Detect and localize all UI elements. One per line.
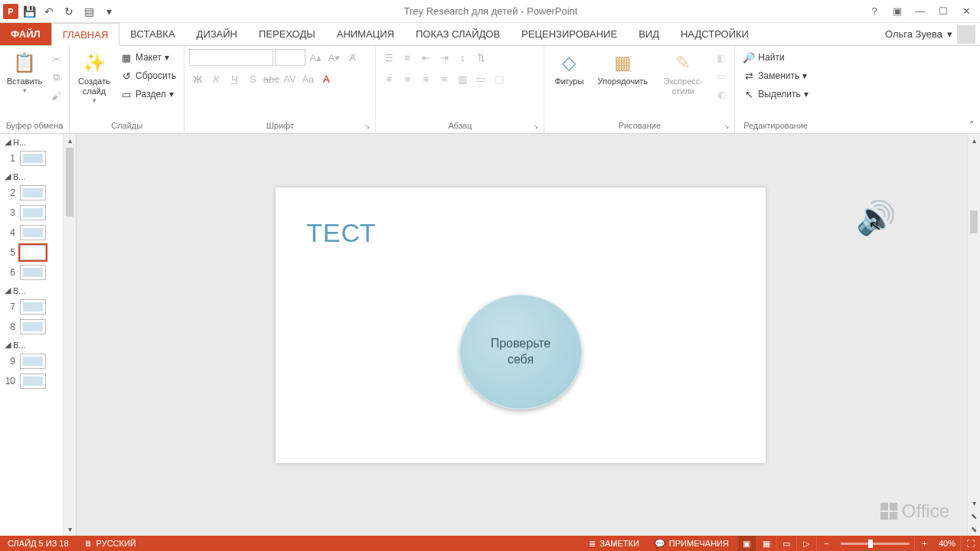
slide-count[interactable]: СЛАЙД 5 ИЗ 18 (0, 536, 77, 551)
tab-view[interactable]: ВИД (628, 23, 670, 45)
slide-thumb-5[interactable]: 5 (0, 243, 64, 262)
decrease-font-icon[interactable]: A▾ (325, 49, 342, 66)
slide-thumb-8[interactable]: 8 (0, 317, 64, 337)
slide-thumb-4[interactable]: 4 (0, 223, 64, 243)
format-painter-icon[interactable]: 🖌 (47, 87, 64, 104)
comments-button[interactable]: 💬ПРИМЕЧАНИЯ (647, 536, 737, 551)
bold-icon[interactable]: Ж (189, 70, 206, 87)
undo-icon[interactable]: ↶ (40, 2, 58, 21)
paste-button[interactable]: 📋 Вставить ▾ (5, 49, 44, 94)
panel-scrollbar[interactable]: ▴ ▾ (63, 134, 76, 536)
zoom-in-icon[interactable]: + (914, 536, 934, 551)
dialog-launcher-icon[interactable]: ↘ (364, 122, 371, 130)
shapes-button[interactable]: ◇ Фигуры (549, 49, 589, 86)
shape-fill-icon[interactable]: ◧ (713, 49, 730, 66)
scroll-thumb[interactable] (66, 148, 74, 217)
dialog-launcher-icon[interactable]: ↘ (533, 122, 539, 130)
bullets-icon[interactable]: ☰ (381, 49, 397, 66)
zoom-out-icon[interactable]: − (816, 536, 836, 551)
section-header[interactable]: ◢ В... (0, 282, 64, 297)
section-button[interactable]: ▭Раздел ▾ (117, 86, 179, 103)
quick-styles-button[interactable]: ✎ Экспресс-стили (656, 49, 710, 96)
font-color-icon[interactable]: A (318, 70, 335, 87)
italic-icon[interactable]: К (207, 70, 224, 87)
change-case-icon[interactable]: Aa (299, 70, 316, 87)
copy-icon[interactable]: ⧉ (47, 69, 64, 86)
tab-home[interactable]: ГЛАВНАЯ (51, 23, 120, 46)
dialog-launcher-icon[interactable]: ↘ (724, 122, 730, 130)
next-slide-icon[interactable]: ⬊ (968, 523, 980, 536)
arrange-button[interactable]: ▦ Упорядочить (592, 49, 653, 86)
tab-animations[interactable]: АНИМАЦИЯ (326, 23, 405, 45)
language-status[interactable]: 🗎РУССКИЙ (77, 536, 144, 551)
align-center-icon[interactable]: ≡ (399, 70, 416, 87)
font-family-select[interactable] (189, 49, 273, 66)
increase-font-icon[interactable]: A▴ (307, 49, 324, 66)
section-header[interactable]: ◢ В... (0, 337, 64, 351)
current-slide[interactable]: ТЕСТ Проверьтесебя (276, 187, 766, 463)
user-account[interactable]: Ольга Зуева▾ (885, 23, 980, 45)
prev-slide-icon[interactable]: ⬉ (968, 510, 980, 523)
font-size-select[interactable] (275, 49, 305, 66)
line-spacing-icon[interactable]: ↕ (454, 49, 471, 66)
tab-insert[interactable]: ВСТАВКА (119, 23, 185, 45)
columns-icon[interactable]: ▥ (454, 70, 471, 87)
slide-thumb-1[interactable]: 1 (0, 148, 64, 168)
slide-thumb-10[interactable]: 10 (0, 371, 64, 391)
new-slide-button[interactable]: ✨ Создать слайд ▾ (74, 49, 114, 104)
select-button[interactable]: ↖Выделить ▾ (740, 86, 811, 103)
scroll-up-icon[interactable]: ▴ (64, 134, 76, 147)
minimize-icon[interactable]: — (910, 2, 931, 21)
scroll-up-icon[interactable]: ▴ (968, 134, 980, 147)
text-direction-icon[interactable]: ⇅ (472, 49, 489, 66)
save-icon[interactable]: 💾 (20, 2, 38, 21)
help-icon[interactable]: ? (864, 2, 885, 21)
tab-addins[interactable]: НАДСТРОЙКИ (670, 23, 760, 45)
smartart-icon[interactable]: ⬚ (491, 70, 508, 87)
zoom-slider[interactable] (841, 543, 910, 545)
numbering-icon[interactable]: ≡ (399, 49, 416, 66)
ribbon-display-icon[interactable]: ▣ (887, 2, 908, 21)
increase-indent-icon[interactable]: ⇥ (436, 49, 452, 66)
section-header[interactable]: ◢ В... (0, 168, 64, 183)
slide-canvas[interactable]: ТЕСТ Проверьтесебя 🔊 ↖ Office ▴ ▾ ⬉ ⬊ (77, 134, 980, 536)
underline-icon[interactable]: Ч (226, 70, 243, 87)
reading-view-icon[interactable]: ▭ (776, 536, 796, 551)
slide-thumb-7[interactable]: 7 (0, 297, 64, 317)
align-right-icon[interactable]: ≡ (417, 70, 434, 87)
shape-outline-icon[interactable]: ▭ (713, 67, 730, 84)
scroll-down-icon[interactable]: ▾ (968, 497, 980, 510)
scroll-down-icon[interactable]: ▾ (64, 523, 76, 536)
tab-slideshow[interactable]: ПОКАЗ СЛАЙДОВ (405, 23, 511, 45)
collapse-ribbon-icon[interactable]: ⌃ (968, 119, 975, 130)
close-icon[interactable]: ✕ (956, 2, 977, 21)
qat-customize-icon[interactable]: ▾ (100, 2, 118, 21)
canvas-scrollbar[interactable]: ▴ ▾ ⬉ ⬊ (967, 134, 980, 536)
zoom-level[interactable]: 40% (934, 536, 960, 551)
redo-icon[interactable]: ↻ (60, 2, 78, 21)
shadow-icon[interactable]: S (244, 70, 261, 87)
tab-transitions[interactable]: ПЕРЕХОДЫ (248, 23, 326, 45)
slide-circle-shape[interactable]: Проверьтесебя (459, 295, 582, 409)
normal-view-icon[interactable]: ▣ (737, 536, 756, 551)
tab-review[interactable]: РЕЦЕНЗИРОВАНИЕ (511, 23, 628, 45)
slide-thumb-9[interactable]: 9 (0, 351, 64, 371)
justify-icon[interactable]: ≡ (436, 70, 452, 87)
clear-format-icon[interactable]: A̸ (344, 49, 361, 66)
reset-button[interactable]: ↺Сбросить (117, 67, 179, 84)
sorter-view-icon[interactable]: ▦ (756, 536, 776, 551)
char-spacing-icon[interactable]: AV (281, 70, 298, 87)
notes-button[interactable]: ≣ЗАМЕТКИ (581, 536, 647, 551)
slide-thumb-3[interactable]: 3 (0, 203, 64, 223)
slide-thumb-2[interactable]: 2 (0, 183, 64, 203)
decrease-indent-icon[interactable]: ⇤ (417, 49, 434, 66)
dialog-launcher-icon[interactable]: ↘ (58, 122, 64, 130)
tab-file[interactable]: ФАЙЛ (0, 23, 51, 45)
tab-design[interactable]: ДИЗАЙН (186, 23, 248, 45)
section-header[interactable]: ◢ Н... (0, 134, 64, 148)
maximize-icon[interactable]: ☐ (933, 2, 954, 21)
scroll-thumb[interactable] (970, 210, 978, 233)
shape-effects-icon[interactable]: ◐ (713, 86, 730, 103)
slideshow-view-icon[interactable]: ▷ (796, 536, 816, 551)
align-left-icon[interactable]: ≡ (381, 70, 397, 87)
